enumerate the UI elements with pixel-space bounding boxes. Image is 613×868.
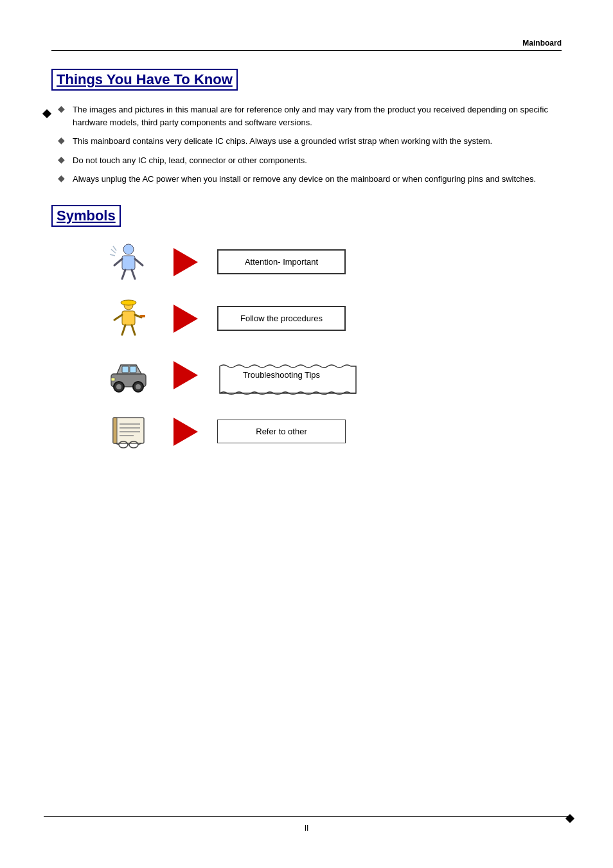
label-follow: Follow the procedures bbox=[217, 306, 346, 331]
arrow-icon-2 bbox=[173, 305, 198, 333]
svg-rect-14 bbox=[140, 315, 145, 317]
bullet-icon-3: ◆ bbox=[58, 153, 65, 166]
svg-rect-18 bbox=[122, 366, 129, 373]
bottom-rule bbox=[44, 816, 569, 817]
section1-title: Things You Have To Know bbox=[51, 69, 238, 91]
label-attention: Attention- Important bbox=[217, 249, 346, 274]
bullet-list: ◆ The images and pictures in this manual… bbox=[58, 103, 562, 186]
svg-point-0 bbox=[123, 244, 134, 254]
list-item: ◆ This mainboard contains very delicate … bbox=[58, 135, 562, 148]
bullet-text-4: Always unplug the AC power when you inst… bbox=[73, 173, 536, 186]
bullet-text-1: The images and pictures in this manual a… bbox=[73, 103, 562, 128]
section-symbols: Symbols bbox=[51, 205, 562, 454]
bullet-icon-2: ◆ bbox=[58, 134, 65, 147]
svg-rect-24 bbox=[111, 378, 115, 381]
header-label: Mainboard bbox=[522, 39, 562, 48]
svg-line-4 bbox=[122, 270, 125, 279]
svg-line-3 bbox=[135, 259, 143, 265]
symbol-row-4: Refer to other bbox=[103, 409, 562, 454]
list-item: ◆ The images and pictures in this manual… bbox=[58, 103, 562, 128]
svg-line-7 bbox=[110, 254, 115, 256]
page-header: Mainboard bbox=[51, 39, 562, 48]
svg-rect-25 bbox=[113, 418, 144, 443]
bullet-icon-4: ◆ bbox=[58, 172, 65, 185]
section-things-to-know: Things You Have To Know ◆ The images and… bbox=[51, 62, 562, 186]
symbol-icon-troubleshoot bbox=[103, 353, 154, 398]
refer-svg-icon bbox=[108, 412, 149, 451]
svg-line-15 bbox=[122, 325, 125, 335]
svg-line-6 bbox=[111, 249, 116, 253]
svg-rect-1 bbox=[122, 256, 135, 270]
bullet-icon-1: ◆ bbox=[58, 102, 65, 116]
svg-line-8 bbox=[113, 246, 116, 251]
svg-line-2 bbox=[114, 259, 122, 265]
page-number: II bbox=[305, 824, 309, 833]
symbols-grid: Attention- Important bbox=[103, 240, 562, 454]
symbol-icon-attention bbox=[103, 240, 154, 285]
svg-point-10 bbox=[121, 300, 136, 305]
label-troubleshoot-text: Troubleshooting Tips bbox=[217, 364, 346, 386]
svg-rect-19 bbox=[130, 366, 136, 373]
svg-line-12 bbox=[114, 315, 122, 320]
svg-line-16 bbox=[132, 325, 135, 335]
symbol-row-2: Follow the procedures bbox=[103, 296, 562, 341]
page: Mainboard Things You Have To Know ◆ The … bbox=[0, 0, 613, 868]
top-rule bbox=[51, 50, 562, 51]
list-item: ◆ Do not touch any IC chip, lead, connec… bbox=[58, 154, 562, 167]
bullet-text-3: Do not touch any IC chip, lead, connecto… bbox=[73, 154, 307, 167]
section2-title: Symbols bbox=[51, 205, 121, 227]
svg-rect-26 bbox=[113, 418, 117, 443]
follow-svg-icon bbox=[108, 299, 149, 338]
svg-line-5 bbox=[132, 270, 135, 279]
arrow-icon-1 bbox=[173, 248, 198, 276]
symbol-icon-follow bbox=[103, 296, 154, 341]
svg-point-21 bbox=[116, 384, 121, 389]
troubleshoot-svg-icon bbox=[108, 356, 149, 394]
svg-rect-11 bbox=[122, 311, 135, 325]
arrow-icon-3 bbox=[173, 361, 198, 389]
symbol-row-1: Attention- Important bbox=[103, 240, 562, 285]
label-troubleshoot-container: Troubleshooting Tips bbox=[217, 364, 346, 386]
top-diamond-marker bbox=[42, 109, 51, 118]
bullet-text-2: This mainboard contains very delicate IC… bbox=[73, 135, 492, 148]
attention-svg-icon bbox=[108, 243, 149, 281]
symbol-row-3: Troubleshooting Tips bbox=[103, 353, 562, 398]
label-refer: Refer to other bbox=[217, 420, 346, 443]
symbol-icon-refer bbox=[103, 409, 154, 454]
svg-point-23 bbox=[136, 384, 141, 389]
list-item: ◆ Always unplug the AC power when you in… bbox=[58, 173, 562, 186]
arrow-icon-4 bbox=[173, 418, 198, 446]
